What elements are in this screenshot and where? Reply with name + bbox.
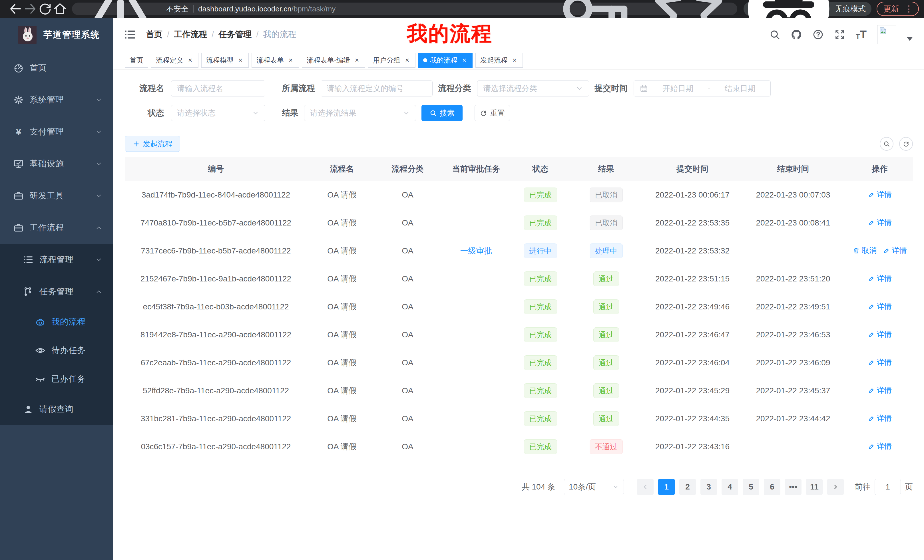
sidebar-item-6[interactable]: 工作流程 [0,212,113,244]
cancel-label: 取消 [862,246,877,256]
tab-label: 发起流程 [480,55,508,65]
forward-icon[interactable] [23,1,38,16]
process-definition-input[interactable] [321,81,433,96]
detail-link[interactable]: 详情 [868,190,892,199]
category-select[interactable]: 请选择流程分类 [477,81,589,96]
sidebar-item-4[interactable]: 基础设施 [0,148,113,180]
sidebar-subitem-3[interactable]: 我的流程 [0,308,113,336]
detail-link[interactable]: 详情 [868,413,892,423]
yen-icon: ¥ [13,126,24,137]
sidebar-item-label: 任务管理 [39,286,74,297]
next-page-button[interactable] [827,479,844,495]
page-ellipsis[interactable]: ••• [785,479,801,495]
breadcrumb-item[interactable]: 工作流程 [174,29,207,40]
detail-link[interactable]: 详情 [868,385,892,395]
sidebar-subitem-6[interactable]: 请假查询 [0,393,113,425]
cell-submit-time: 2022-01-22 23:45:29 [645,377,740,405]
page-size-select[interactable]: 10条/页 [564,479,624,495]
breadcrumb: 首页/工作流程/任务管理/我的流程 [146,29,296,40]
page-button-5[interactable]: 5 [742,479,759,495]
close-icon[interactable]: × [237,56,244,64]
cell-id: 3ad174fb-7b9d-11ec-8404-acde48001122 [125,181,307,209]
goto-page-input[interactable] [874,479,901,495]
update-button[interactable]: 更新 ⋮ [877,2,919,16]
tab-6[interactable]: 用户分组× [368,53,416,67]
page-button-4[interactable]: 4 [722,479,738,495]
page-button-3[interactable]: 3 [700,479,717,495]
result-select[interactable]: 请选择流结果 [304,105,416,121]
help-icon[interactable] [812,29,824,40]
table-row: 67c2eaab-7b9a-11ec-a290-acde48001122OA 请… [125,349,913,377]
sidebar-subitem-5[interactable]: 已办任务 [0,365,113,393]
hide-search-button[interactable] [880,137,894,151]
detail-link[interactable]: 详情 [868,217,892,228]
menu-dots-icon[interactable]: ⋮ [903,4,915,13]
caret-down-icon[interactable] [907,37,913,41]
detail-link[interactable]: 详情 [868,441,892,451]
page-button-6[interactable]: 6 [764,479,780,495]
process-name-input[interactable] [171,81,265,96]
sidebar-item-1[interactable]: 首页 [0,52,113,84]
url-bar[interactable]: 不安全 dashboard.yudao.iocoder.cn/bpm/task/… [72,3,737,15]
back-icon[interactable] [8,1,23,16]
page-button-11[interactable]: 11 [806,479,823,495]
reload-icon[interactable] [38,1,52,16]
sidebar-item-5[interactable]: 研发工具 [0,180,113,212]
detail-link[interactable]: 详情 [883,246,907,256]
close-icon[interactable]: × [461,56,468,64]
cell-category: OA [377,293,438,321]
detail-link[interactable]: 详情 [868,301,892,311]
tab-3[interactable]: 流程模型× [201,53,249,67]
search-icon[interactable] [769,29,780,40]
page-button-2[interactable]: 2 [679,479,696,495]
fullscreen-icon[interactable] [834,29,846,40]
refresh-list-button[interactable] [899,137,913,151]
sidebar-collapse-icon[interactable] [124,28,136,41]
column-header: 提交时间 [645,157,740,181]
detail-link[interactable]: 详情 [868,357,892,367]
close-icon[interactable]: × [354,56,360,64]
task-link[interactable]: 一级审批 [460,246,492,255]
github-icon[interactable] [790,29,802,40]
tab-4[interactable]: 流程表单× [252,53,299,67]
tab-7[interactable]: 我的流程× [418,53,472,67]
submit-time-range[interactable]: 开始日期 - 结束日期 [634,81,771,96]
reset-button[interactable]: 重置 [475,105,510,121]
search-button[interactable]: 搜索 [422,105,463,121]
cell-id: ec45f38f-7b9a-11ec-b03b-acde48001122 [125,293,307,321]
prev-page-button[interactable] [637,479,654,495]
sidebar-subitem-2[interactable]: 任务管理 [0,276,113,308]
cell-actions: 详情 [847,181,913,209]
sidebar-item-2[interactable]: 系统管理 [0,84,113,116]
app-logo[interactable]: 芋道管理系统 [0,18,113,52]
breadcrumb-item[interactable]: 任务管理 [218,29,252,40]
breadcrumb-item[interactable]: 首页 [146,29,162,40]
tab-8[interactable]: 发起流程× [476,53,523,67]
close-icon[interactable]: × [287,56,294,64]
avatar[interactable] [877,25,896,44]
close-icon[interactable]: × [511,56,518,64]
filter-label-submit-time: 提交时间 [594,83,628,94]
table-row: 7470a810-7b9b-11ec-b5b7-acde48001122OA 请… [125,209,913,237]
tab-1[interactable]: 首页 [125,53,148,67]
cell-name: OA 请假 [307,237,377,265]
create-process-button[interactable]: 发起流程 [125,136,180,152]
sidebar-item-3[interactable]: ¥支付管理 [0,116,113,148]
close-icon[interactable]: × [187,56,194,64]
cancel-link[interactable]: 取消 [853,246,877,256]
sidebar-subitem-4[interactable]: 待办任务 [0,336,113,365]
font-size-icon[interactable]: TT [856,29,867,40]
page-button-1[interactable]: 1 [658,479,675,495]
sidebar-subitem-1[interactable]: 流程管理 [0,244,113,276]
tab-2[interactable]: 流程定义× [151,53,198,67]
detail-link[interactable]: 详情 [868,329,892,339]
status-select[interactable]: 请选择状态 [171,105,265,121]
cell-actions: 详情 [847,209,913,237]
close-icon[interactable]: × [404,56,411,64]
cell-status: 已完成 [514,405,567,433]
detail-link[interactable]: 详情 [868,273,892,283]
home-icon[interactable] [52,1,68,16]
tab-5[interactable]: 流程表单-编辑× [302,53,365,67]
cell-category: OA [377,237,438,265]
edit-icon [868,275,875,282]
